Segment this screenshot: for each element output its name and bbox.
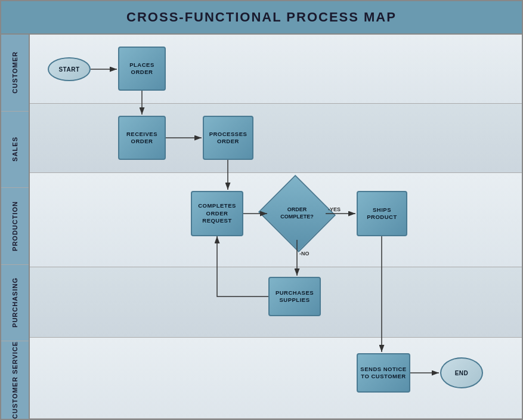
title-bar: CROSS-FUNCTIONAL PROCESS MAP: [1, 1, 522, 35]
lane-sales: [30, 104, 522, 173]
start-node: START: [48, 57, 91, 81]
lane-label-production: Production: [1, 188, 29, 265]
lane-label-purchasing: Purchasing: [1, 265, 29, 342]
order-complete-node: ORDER COMPLETE?: [268, 187, 326, 240]
end-node: END: [440, 357, 483, 388]
sends-notice-node: SENDS NOTICE TO CUSTOMER: [357, 353, 410, 393]
lanes-content: START PLACES ORDER RECEIVES ORDER PROCES…: [30, 35, 522, 419]
lane-label-customer-service: Customer Service: [1, 341, 29, 419]
main-title: CROSS-FUNCTIONAL PROCESS MAP: [1, 10, 522, 25]
processes-order-node: PROCESSES ORDER: [203, 116, 253, 160]
completes-request-node: COMPLETES ORDER REQUEST: [191, 191, 243, 236]
lane-label-customer: Customer: [1, 35, 29, 112]
lane-customer: [30, 35, 522, 104]
ships-product-node: SHIPS PRODUCT: [357, 191, 407, 236]
purchases-supplies-node: PURCHASES SUPPLIES: [268, 277, 321, 316]
lane-label-sales: Sales: [1, 112, 29, 189]
lane-labels: Customer Sales Production Purchasing Cus…: [1, 35, 30, 419]
places-order-node: PLACES ORDER: [118, 47, 166, 91]
receives-order-node: RECEIVES ORDER: [118, 116, 166, 160]
diagram-area: Customer Sales Production Purchasing Cus…: [1, 35, 522, 419]
main-container: CROSS-FUNCTIONAL PROCESS MAP Customer Sa…: [0, 0, 523, 420]
